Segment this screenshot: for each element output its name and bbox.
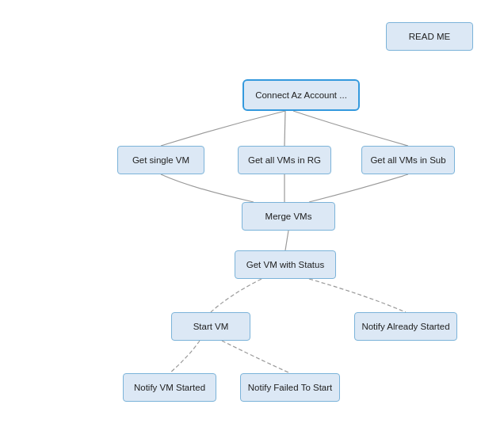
notify-failed-to-start-node[interactable]: Notify Failed To Start (240, 373, 340, 402)
start-vm-node[interactable]: Start VM (171, 312, 250, 341)
get-vm-with-status-node[interactable]: Get VM with Status (235, 250, 336, 279)
merge-vms-node[interactable]: Merge VMs (242, 202, 335, 231)
notify-vm-started-node[interactable]: Notify VM Started (123, 373, 216, 402)
get-all-vms-sub-node[interactable]: Get all VMs in Sub (361, 146, 455, 174)
diagram-container: READ ME Connect Az Account ... Get singl… (0, 0, 504, 435)
get-all-vms-rg-node[interactable]: Get all VMs in RG (238, 146, 331, 174)
notify-already-started-node[interactable]: Notify Already Started (354, 312, 457, 341)
svg-line-2 (285, 231, 288, 250)
readme-node[interactable]: READ ME (386, 22, 473, 51)
svg-line-0 (284, 111, 285, 146)
connect-az-account-node[interactable]: Connect Az Account ... (242, 79, 360, 111)
get-single-vm-node[interactable]: Get single VM (117, 146, 204, 174)
